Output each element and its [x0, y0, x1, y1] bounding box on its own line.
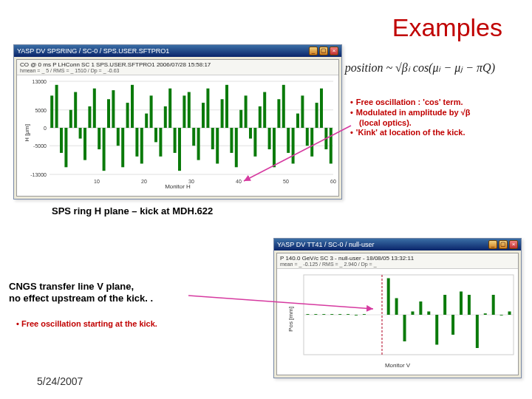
slide-date: 5/24/2007: [37, 375, 83, 387]
chart-header: CO @ 0 ms P LHConn SC 1 SPS.USER.SFTPRO1…: [17, 60, 338, 75]
svg-text:-5000: -5000: [33, 143, 47, 149]
chart-header: P 140.0 GeV/c SC 3 - null-user - 18/08/0…: [277, 253, 518, 269]
caption-cngs: CNGS transfer line V plane,no effect ups…: [9, 281, 216, 304]
svg-text:60: 60: [330, 179, 336, 184]
slide-title: Examples: [392, 13, 502, 42]
close-icon[interactable]: ×: [509, 240, 518, 249]
window-titlebar: YASP DV TT41 / SC-0 / null-user _ ▢ ×: [274, 239, 521, 250]
position-formula: position ~ √βᵢ cos(μᵢ − μⱼ − πQ): [345, 61, 495, 75]
chart-window-sps: YASP DV SPSRING / SC-0 / SPS.USER.SFTPRO…: [13, 44, 342, 200]
bullet3: 'Kink' at location of the kick.: [356, 128, 466, 138]
chart-header-line1: P 140.0 GeV/c SC 3 - null-user - 18/08/0…: [280, 255, 515, 262]
bullet1: Free oscillation : 'cos' term.: [356, 98, 463, 108]
bullet-list-top: •Free oscillation : 'cos' term. •Modulat…: [350, 98, 520, 138]
caption-sps: SPS ring H plane – kick at MDH.622: [52, 205, 213, 216]
bullet2-sub: (local optics).: [359, 118, 412, 129]
cngs-bar-chart: [282, 270, 519, 366]
svg-text:20: 20: [141, 179, 147, 184]
svg-text:13000: 13000: [33, 79, 47, 84]
svg-text:-13000: -13000: [30, 172, 47, 177]
svg-text:5000: 5000: [35, 108, 47, 113]
window-title: YASP DV SPSRING / SC-0 / SPS.USER.SFTPRO…: [17, 47, 169, 55]
chart-window-cngs: YASP DV TT41 / SC-0 / null-user _ ▢ × P …: [273, 238, 522, 378]
chart-header-line2: mean = _ -0.125 / RMS = _ 2.940 / Dp = _: [280, 262, 515, 267]
svg-text:30: 30: [188, 179, 194, 184]
svg-text:10: 10: [94, 179, 100, 184]
window-titlebar: YASP DV SPSRING / SC-0 / SPS.USER.SFTPRO…: [14, 45, 341, 57]
window-title: YASP DV TT41 / SC-0 / null-user: [277, 241, 375, 248]
chart-header-line2: hmean = _ 5 / RMS = _ 1510 / Dp = _ -0.6…: [20, 68, 335, 73]
bullet2: Modulated in amplitude by √β: [356, 108, 471, 118]
bullet-bottom: • Free oscillation starting at the kick.: [16, 319, 157, 328]
close-icon[interactable]: ×: [330, 47, 338, 55]
svg-text:40: 40: [236, 179, 242, 184]
minimize-icon[interactable]: _: [488, 240, 497, 249]
sps-bar-chart: 1300050000-5000-13000 102030405060: [21, 77, 339, 188]
svg-text:0: 0: [44, 126, 47, 131]
minimize-icon[interactable]: _: [309, 47, 318, 55]
svg-text:50: 50: [283, 179, 289, 184]
chart-header-line1: CO @ 0 ms P LHConn SC 1 SPS.USER.SFTPRO1…: [20, 61, 335, 68]
maximize-icon[interactable]: ▢: [319, 47, 328, 55]
maximize-icon[interactable]: ▢: [499, 240, 508, 249]
